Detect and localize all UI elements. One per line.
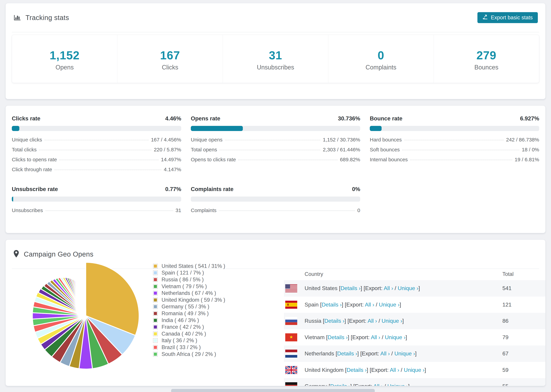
details-link[interactable]: Details › xyxy=(322,301,342,308)
rate-block-opens-rate: Opens rate 30.736% Unique opens 1,152 / … xyxy=(191,115,360,176)
stat-value: 0 xyxy=(328,49,434,61)
country-total: 67 xyxy=(502,350,545,357)
export-all-link[interactable]: All › xyxy=(384,285,393,291)
rates-row-2: Unsubscribe rate 0.77% Unsubscribes 31 C… xyxy=(12,186,539,217)
stat-line-value: 689.82% xyxy=(340,157,360,162)
legend-item: Germany ( 55 / 3% ) xyxy=(153,303,225,310)
export-unique-link[interactable]: Unique › xyxy=(379,301,400,308)
tracking-stats-card: Tracking stats Export basic stats 1,152 … xyxy=(6,3,545,99)
legend-label: Italy ( 36 / 2% ) xyxy=(162,337,197,343)
legend-swatch xyxy=(153,352,158,357)
legend-label: South Africa ( 29 / 2% ) xyxy=(162,351,216,357)
stat-line: Unsubscribes 31 xyxy=(12,207,181,217)
stat-label: Bounces xyxy=(434,64,539,71)
details-link[interactable]: Details › xyxy=(328,334,348,340)
dotted-leader xyxy=(59,160,158,160)
rate-title: Complaints rate xyxy=(191,186,233,192)
flag-icon-gb xyxy=(285,366,297,374)
legend-swatch xyxy=(153,325,158,329)
geo-table-row: United States [Details ›] [Export: All ›… xyxy=(284,280,545,297)
export-all-link[interactable]: All › xyxy=(365,301,374,308)
country-column-header: Country xyxy=(284,271,502,277)
export-unique-link[interactable]: Unique › xyxy=(395,350,415,357)
dotted-leader xyxy=(404,140,504,140)
progress-bar xyxy=(370,126,539,131)
stat-line-value: 31 xyxy=(176,207,181,213)
details-link[interactable]: Details › xyxy=(337,350,357,357)
legend-item: India ( 46 / 3% ) xyxy=(153,317,225,324)
legend-label: India ( 46 / 3% ) xyxy=(162,317,199,323)
stat-line-value: 14.497% xyxy=(161,157,181,162)
dotted-leader xyxy=(219,150,320,150)
rate-value: 6.927% xyxy=(520,115,539,122)
progress-fill xyxy=(12,196,13,202)
pie-legend: United States ( 541 / 31% ) Spain ( 121 … xyxy=(153,263,225,357)
export-unique-link[interactable]: Unique › xyxy=(398,285,418,291)
stat-line-label: Complaints xyxy=(191,207,216,213)
bar-chart-icon xyxy=(13,13,21,22)
stat-box-clicks: 167 Clicks xyxy=(117,35,223,83)
country-total: 541 xyxy=(502,285,545,291)
stat-line-value: 220 / 5.87% xyxy=(154,147,181,153)
stat-box-unsubscribes: 31 Unsubscribes xyxy=(223,35,328,83)
legend-item: United Kingdom ( 59 / 3% ) xyxy=(153,297,225,303)
stat-line-label: Unsubscribes xyxy=(12,207,43,213)
stat-line-label: Total opens xyxy=(191,147,217,153)
rate-value: 0% xyxy=(352,186,360,192)
stat-line-value: 18 / 0% xyxy=(522,147,539,153)
legend-swatch xyxy=(153,277,158,282)
stat-line-label: Internal bounces xyxy=(370,157,408,162)
export-all-link[interactable]: All › xyxy=(373,383,383,386)
geo-table-row: Russia [Details ›] [Export: All › / Uniq… xyxy=(284,313,545,329)
legend-item: Vietnam ( 79 / 5% ) xyxy=(153,283,225,290)
legend-swatch xyxy=(153,270,158,275)
export-unique-link[interactable]: Unique › xyxy=(381,318,402,324)
rate-block-bounce-rate: Bounce rate 6.927% Hard bounces 242 / 86… xyxy=(370,115,539,176)
export-unique-link[interactable]: Unique › xyxy=(385,334,406,340)
rate-title: Opens rate xyxy=(191,115,220,122)
stat-line: Hard bounces 242 / 86.738% xyxy=(370,137,539,147)
stat-line: Total opens 2,303 / 61.446% xyxy=(191,147,360,157)
details-link[interactable]: Details › xyxy=(325,318,345,324)
details-link[interactable]: Details › xyxy=(346,367,367,373)
progress-fill xyxy=(370,126,381,131)
export-all-link[interactable]: All › xyxy=(380,350,390,357)
stat-value: 167 xyxy=(117,49,223,61)
legend-label: Netherlands ( 67 / 4% ) xyxy=(162,290,216,296)
details-link[interactable]: Details › xyxy=(340,285,360,291)
stat-line: Internal bounces 19 / 6.81% xyxy=(370,157,539,167)
export-basic-stats-button[interactable]: Export basic stats xyxy=(477,12,538,23)
legend-swatch xyxy=(153,284,158,289)
stat-boxes: 1,152 Opens 167 Clicks 31 Unsubscribes 0… xyxy=(12,35,539,83)
geo-pie-chart xyxy=(27,257,144,374)
flag-icon-es xyxy=(285,301,297,309)
header-divider xyxy=(12,32,539,32)
stat-line: Unique clicks 167 / 4.456% xyxy=(12,137,181,147)
stat-line-value: 2,303 / 61.446% xyxy=(323,147,360,153)
export-all-link[interactable]: All › xyxy=(367,318,377,324)
progress-fill xyxy=(191,126,243,131)
export-all-link[interactable]: All › xyxy=(390,367,399,373)
stat-label: Unsubscribes xyxy=(223,64,328,71)
progress-fill xyxy=(12,126,19,131)
legend-swatch xyxy=(153,331,158,336)
geo-table-row: Germany [Details ›] [Export: All › / Uni… xyxy=(284,378,545,386)
legend-item: United States ( 541 / 31% ) xyxy=(153,263,225,270)
legend-label: United States ( 541 / 31% ) xyxy=(162,263,225,269)
stat-value: 1,152 xyxy=(12,49,117,61)
geo-table-row: Netherlands [Details ›] [Export: All › /… xyxy=(284,345,545,362)
details-link[interactable]: Details › xyxy=(330,383,350,386)
stat-line-label: Unique opens xyxy=(191,137,222,143)
export-all-link[interactable]: All › xyxy=(371,334,380,340)
export-unique-link[interactable]: Unique › xyxy=(387,383,408,386)
stat-line-label: Soft bounces xyxy=(370,147,400,153)
legend-label: Russia ( 86 / 5% ) xyxy=(162,277,204,283)
horizontal-scrollbar-thumb[interactable] xyxy=(171,389,375,392)
country-name: Russia xyxy=(304,318,321,324)
geo-title: Campaign Geo Opens xyxy=(24,250,93,258)
legend-item: Romania ( 49 / 3% ) xyxy=(153,310,225,317)
geo-table-row: Vietnam [Details ›] [Export: All › / Uni… xyxy=(284,329,545,346)
export-unique-link[interactable]: Unique › xyxy=(404,367,424,373)
rate-value: 30.736% xyxy=(338,115,360,122)
flag-icon-nl xyxy=(285,350,297,358)
